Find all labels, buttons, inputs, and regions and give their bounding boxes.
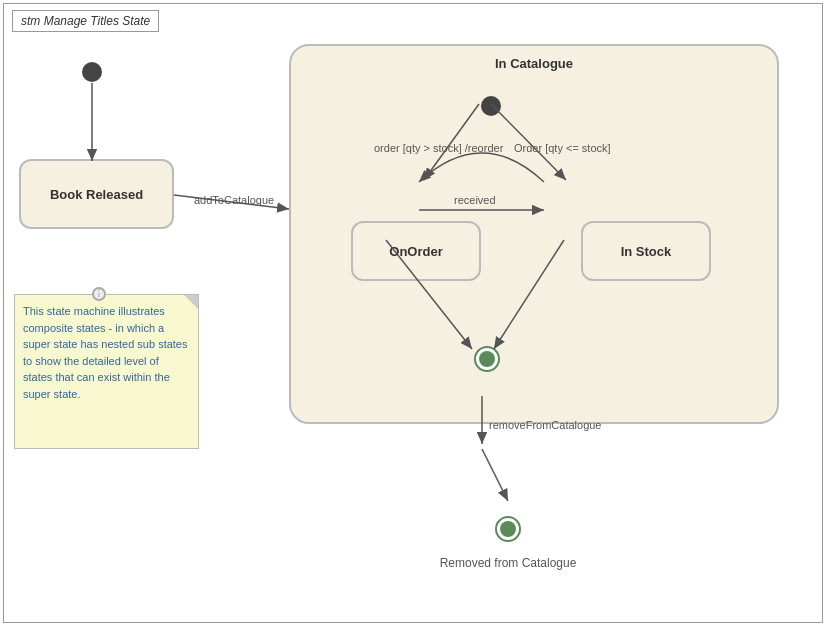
note-connector-circle — [92, 287, 106, 301]
main-initial-state — [82, 62, 102, 82]
inner-final-dot — [479, 351, 495, 367]
diagram-title: stm Manage Titles State — [12, 10, 159, 32]
note-text: This state machine illustrates composite… — [23, 305, 188, 400]
add-to-catalogue-label: addToCatalogue — [194, 194, 274, 206]
final-dot — [500, 521, 516, 537]
in-catalogue-label: In Catalogue — [495, 56, 573, 71]
diagram-container: stm Manage Titles State In Catalogue OnO… — [3, 3, 823, 623]
on-order-label: OnOrder — [389, 244, 442, 259]
final-state — [495, 516, 521, 542]
book-released-state: Book Released — [19, 159, 174, 229]
note-corner — [184, 295, 198, 309]
arrow-remove-to-final — [482, 449, 508, 501]
arrow-book-released-to-in-catalogue — [174, 195, 289, 209]
inner-final-state — [474, 346, 500, 372]
on-order-state: OnOrder — [351, 221, 481, 281]
book-released-label: Book Released — [50, 187, 143, 202]
in-stock-state: In Stock — [581, 221, 711, 281]
in-stock-label: In Stock — [621, 244, 672, 259]
in-catalogue-state: In Catalogue OnOrder In Stock — [289, 44, 779, 424]
note-box: This state machine illustrates composite… — [14, 294, 199, 449]
inner-initial-state — [481, 96, 501, 116]
removed-from-catalogue-label: Removed from Catalogue — [440, 556, 577, 570]
